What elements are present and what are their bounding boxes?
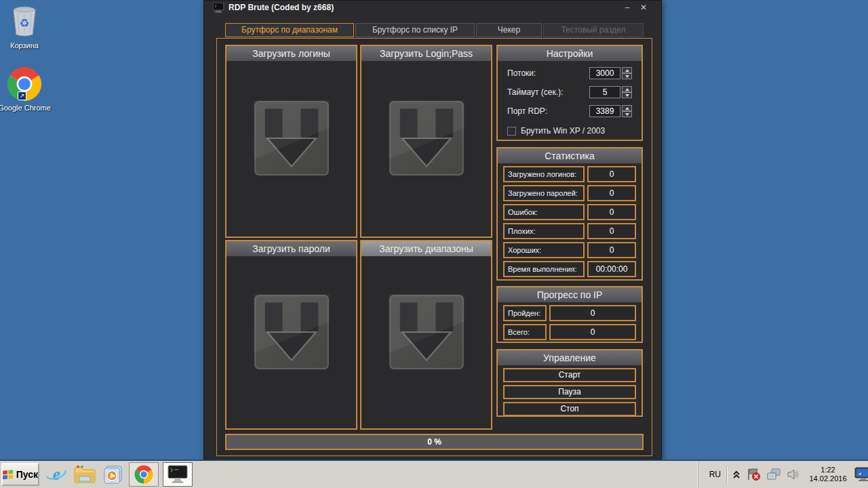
- tab-bar: Брутфорс по диапазонам Брутфорс по списк…: [225, 23, 644, 37]
- settings-header: Настройки: [498, 46, 642, 61]
- title-bar[interactable]: RDP Brute (Coded by z668) – ✕: [204, 1, 661, 16]
- taskbar-chrome-button[interactable]: [129, 462, 159, 487]
- timeout-label: Таймаут (сек.):: [507, 87, 589, 97]
- statistics-header: Статистика: [498, 148, 642, 163]
- tab-brute-ranges[interactable]: Брутфорс по диапазонам: [225, 23, 354, 37]
- spin-down-icon[interactable]: [622, 73, 632, 79]
- volume-icon[interactable]: [787, 468, 800, 481]
- panel-settings: Настройки Потоки: Таймаут (сек.): Порт R…: [496, 45, 643, 141]
- tab-test-section: Тестовый раздел: [543, 23, 644, 37]
- download-icon: [254, 100, 330, 176]
- load-passwords-droparea[interactable]: [226, 256, 356, 428]
- hide-icons-chevron-icon[interactable]: [732, 470, 741, 479]
- internet-explorer-launcher[interactable]: e: [45, 463, 68, 486]
- tray-clock[interactable]: 1:22 14.02.2016: [807, 466, 849, 483]
- stat-label: Время выполнения:: [503, 261, 585, 277]
- spin-down-icon[interactable]: [622, 92, 632, 98]
- load-loginpass-button[interactable]: Загрузить Login;Pass: [361, 46, 491, 61]
- panel-statistics: Статистика Загружено логинов:0 Загружено…: [496, 147, 643, 281]
- taskbar-rdp-brute-button[interactable]: [163, 462, 193, 487]
- load-logins-button[interactable]: Загрузить логины: [226, 46, 356, 61]
- stat-label: Хороших:: [503, 242, 585, 258]
- ip-progress-label: Пройден:: [503, 305, 547, 321]
- shortcut-arrow-icon: ↗: [18, 92, 26, 100]
- window-title: RDP Brute (Coded by z668): [229, 3, 334, 12]
- stat-row: Загружено паролей:0: [503, 185, 636, 201]
- stat-row: Хороших:0: [503, 242, 636, 258]
- rdp-port-label: Порт RDP:: [507, 106, 589, 116]
- start-menu-button[interactable]: Пуск: [1, 463, 39, 486]
- tray-time: 1:22: [807, 466, 849, 474]
- stat-value: 00:00:00: [587, 261, 636, 277]
- brute-winxp-checkbox[interactable]: [507, 127, 516, 136]
- network-status-icon[interactable]: [766, 468, 781, 481]
- timeout-stepper: [622, 86, 632, 98]
- stat-label: Плохих:: [503, 223, 585, 239]
- stat-value: 0: [587, 242, 636, 258]
- app-window: RDP Brute (Coded by z668) – ✕ Брутфорс п…: [203, 0, 662, 460]
- ip-progress-label: Всего:: [503, 324, 547, 340]
- load-passwords-button[interactable]: Загрузить пароли: [226, 241, 356, 256]
- windows-logo-icon: [3, 468, 14, 480]
- stat-label: Загружено логинов:: [503, 166, 585, 182]
- stop-button[interactable]: Стоп: [503, 402, 636, 416]
- chrome-icon: [134, 465, 153, 484]
- stat-value: 0: [587, 204, 636, 220]
- spin-up-icon[interactable]: [622, 105, 632, 111]
- stat-label: Загружено паролей:: [503, 185, 585, 201]
- rdp-port-input[interactable]: [589, 105, 620, 117]
- media-player-launcher[interactable]: [102, 463, 125, 486]
- stat-row: Ошибок:0: [503, 204, 636, 220]
- load-ranges-button[interactable]: Загрузить диапазоны: [361, 241, 491, 256]
- download-icon: [389, 294, 465, 370]
- language-indicator[interactable]: RU: [704, 470, 726, 479]
- load-ranges-droparea[interactable]: [361, 256, 491, 428]
- pause-button[interactable]: Пауза: [503, 385, 636, 399]
- ip-progress-header: Прогресс по IP: [498, 287, 642, 302]
- stat-row: Загружено логинов:0: [503, 166, 636, 182]
- start-button[interactable]: Старт: [503, 368, 636, 382]
- terminal-monitor-icon: [167, 465, 188, 484]
- tab-brute-ip-list[interactable]: Брутфорс по списку IP: [355, 23, 475, 37]
- media-player-icon: [103, 464, 123, 485]
- tray-divider: [726, 466, 727, 483]
- start-button-label: Пуск: [16, 469, 38, 480]
- desktop-icon-recycle-bin[interactable]: ♻ Корзина: [0, 5, 54, 50]
- display-monitor-icon[interactable]: [854, 467, 868, 482]
- tray-date: 14.02.2016: [807, 474, 849, 483]
- threads-stepper: [622, 67, 632, 79]
- panel-load-loginpass: Загрузить Login;Pass: [360, 45, 492, 238]
- spin-up-icon[interactable]: [622, 86, 632, 92]
- panel-load-logins: Загрузить логины: [225, 45, 357, 238]
- ip-progress-row: Пройден:0: [503, 305, 636, 321]
- brute-winxp-label: Брутить Win XP / 2003: [521, 126, 605, 136]
- load-loginpass-droparea[interactable]: [361, 61, 491, 237]
- overall-progress-bar: 0 %: [225, 434, 644, 450]
- desktop-icon-google-chrome[interactable]: ↗ Google Chrome: [0, 66, 54, 113]
- download-icon: [254, 294, 330, 370]
- close-button[interactable]: ✕: [637, 1, 650, 14]
- minimize-button[interactable]: –: [620, 1, 634, 14]
- stat-label: Ошибок:: [503, 204, 585, 220]
- desktop-icon-label: Корзина: [0, 41, 54, 50]
- app-icon: [213, 3, 224, 13]
- threads-label: Потоки:: [507, 68, 589, 78]
- security-alert-icon[interactable]: [746, 468, 761, 481]
- load-logins-droparea[interactable]: [226, 61, 356, 237]
- taskbar: Пуск e: [0, 460, 868, 488]
- file-explorer-launcher[interactable]: [73, 463, 96, 486]
- panel-controls: Управление Старт Пауза Стоп: [496, 349, 643, 417]
- panel-load-ranges: Загрузить диапазоны: [360, 240, 492, 430]
- timeout-input[interactable]: [589, 86, 620, 98]
- panel-ip-progress: Прогресс по IP Пройден:0 Всего:0: [496, 286, 643, 343]
- stat-value: 0: [587, 166, 636, 182]
- tab-checker[interactable]: Чекер: [476, 23, 542, 37]
- spin-up-icon[interactable]: [622, 67, 632, 73]
- threads-input[interactable]: [589, 67, 620, 79]
- stat-value: 0: [587, 223, 636, 239]
- system-tray: RU: [698, 462, 868, 487]
- desktop-icon-label: Google Chrome: [0, 104, 54, 113]
- spin-down-icon[interactable]: [622, 111, 632, 117]
- svg-text:e: e: [52, 464, 60, 483]
- desktop: ♻ Корзина ↗ Google Chrome RDP Brute (Cod…: [0, 0, 868, 488]
